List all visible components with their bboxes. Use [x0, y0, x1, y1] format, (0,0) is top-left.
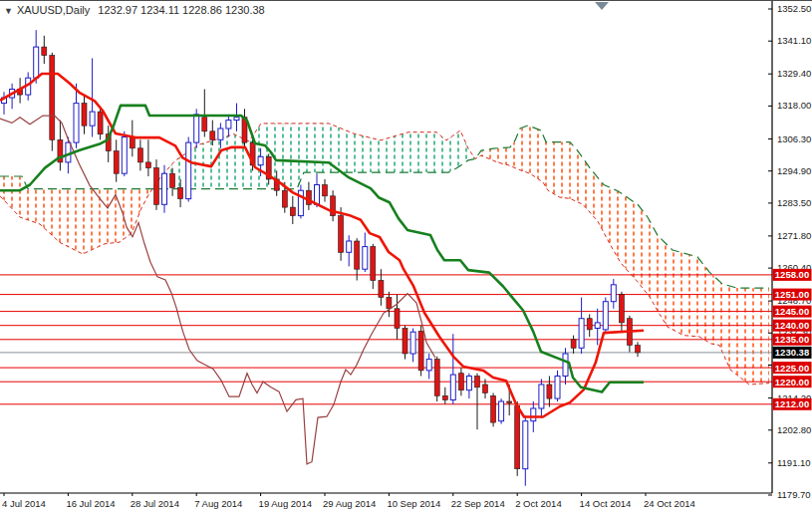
svg-text:1230.38: 1230.38: [775, 347, 809, 358]
svg-text:1341.10: 1341.10: [777, 35, 811, 46]
svg-text:28 Jul 2014: 28 Jul 2014: [131, 498, 179, 509]
svg-text:16 Jul 2014: 16 Jul 2014: [66, 498, 115, 509]
price-level-badge: 1235.00: [773, 334, 812, 346]
price-level-badge: 1220.00: [773, 376, 812, 387]
price-level-badge: 1251.00: [773, 289, 812, 301]
svg-text:1220.00: 1220.00: [775, 377, 809, 387]
svg-text:1212.00: 1212.00: [775, 398, 809, 409]
svg-text:1240.00: 1240.00: [775, 320, 809, 331]
svg-text:2 Oct 2014: 2 Oct 2014: [515, 498, 561, 509]
svg-text:1235.00: 1235.00: [775, 334, 809, 345]
symbol-dropdown-arrow-icon[interactable]: ▼: [4, 6, 13, 16]
svg-text:1318.00: 1318.00: [777, 100, 811, 111]
svg-text:19 Aug 2014: 19 Aug 2014: [259, 498, 312, 509]
svg-text:1258.00: 1258.00: [775, 269, 809, 280]
svg-text:24 Oct 2014: 24 Oct 2014: [644, 498, 695, 509]
svg-text:1352.50: 1352.50: [777, 3, 811, 14]
chart-title-ohlc: 1232.97 1234.11 1228.86 1230.38: [98, 4, 264, 16]
svg-text:1271.80: 1271.80: [777, 230, 811, 241]
svg-text:1283.50: 1283.50: [777, 197, 811, 208]
svg-text:1329.40: 1329.40: [777, 68, 811, 79]
current-price-badge: 1230.38: [773, 347, 812, 359]
svg-text:1225.00: 1225.00: [775, 363, 809, 374]
svg-text:1191.10: 1191.10: [777, 457, 811, 468]
svg-text:1179.70: 1179.70: [777, 489, 811, 500]
price-level-badge: 1240.00: [773, 320, 812, 332]
svg-text:22 Sep 2014: 22 Sep 2014: [451, 498, 505, 509]
price-level-badge: 1258.00: [773, 269, 812, 281]
price-level-badge: 1245.00: [773, 306, 812, 318]
chart-window[interactable]: ▼XAUUSD,Daily1232.97 1234.11 1228.86 123…: [0, 0, 812, 514]
svg-text:29 Aug 2014: 29 Aug 2014: [323, 498, 376, 509]
chart-title: ▼XAUUSD,Daily1232.97 1234.11 1228.86 123…: [4, 4, 265, 16]
chart-title-symbol: XAUUSD,Daily: [17, 4, 90, 16]
svg-text:1202.80: 1202.80: [777, 424, 811, 435]
svg-text:4 Jul 2014: 4 Jul 2014: [2, 498, 46, 509]
svg-text:1306.30: 1306.30: [777, 133, 811, 144]
svg-text:1251.00: 1251.00: [775, 289, 809, 300]
chart-canvas[interactable]: 1352.501341.101329.401318.001306.301294.…: [0, 1, 812, 514]
svg-text:1294.90: 1294.90: [777, 165, 811, 176]
price-level-badge: 1225.00: [773, 362, 812, 374]
svg-text:14 Oct 2014: 14 Oct 2014: [580, 498, 632, 509]
price-level-badge: 1212.00: [773, 398, 812, 410]
svg-text:1245.00: 1245.00: [775, 306, 809, 317]
svg-text:7 Aug 2014: 7 Aug 2014: [194, 498, 242, 509]
svg-text:10 Sep 2014: 10 Sep 2014: [387, 498, 440, 509]
